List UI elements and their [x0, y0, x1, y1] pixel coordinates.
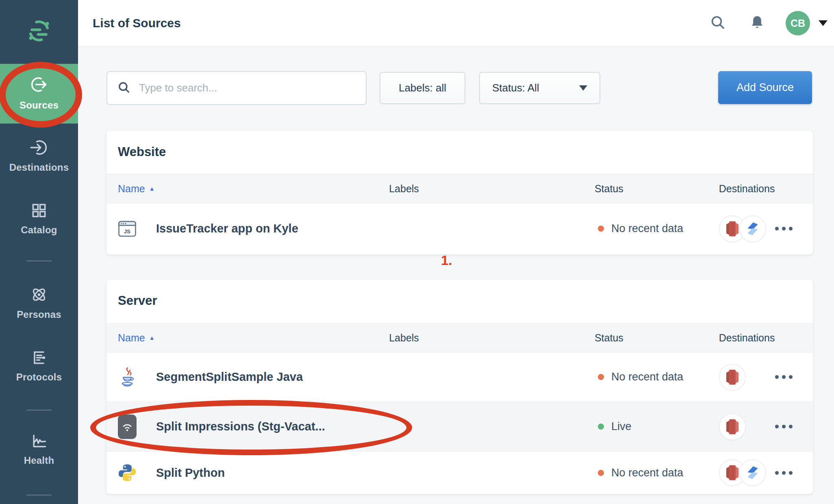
source-name: Split Python	[156, 466, 225, 480]
sidebar-item-sources[interactable]: Sources	[0, 64, 78, 124]
column-header-name[interactable]: Name ▲	[106, 183, 389, 195]
sidebar-item-label: Catalog	[21, 224, 57, 236]
destinations-cell	[719, 413, 813, 440]
notifications-bell-icon[interactable]	[749, 14, 765, 32]
status-text: Live	[611, 420, 632, 433]
search-icon[interactable]	[710, 14, 726, 32]
column-header-destinations: Destinations	[719, 183, 813, 195]
sidebar-item-health[interactable]: Health	[0, 432, 78, 466]
status-cell: No recent data	[595, 467, 719, 479]
add-source-label: Add Source	[736, 81, 794, 94]
sidebar-item-label: Sources	[20, 100, 59, 111]
blueshift-destination-icon[interactable]	[739, 459, 766, 486]
search-input-icon	[117, 80, 131, 96]
account-caret-down-icon[interactable]	[819, 20, 827, 26]
top-bar: List of Sources CB	[78, 0, 834, 47]
destinations-icon	[30, 138, 48, 157]
page-title: List of Sources	[93, 0, 181, 46]
row-more-menu-icon[interactable]	[775, 471, 813, 475]
status-dot-icon	[598, 470, 604, 476]
search-box[interactable]	[106, 71, 367, 105]
sidebar-divider	[26, 495, 52, 495]
sidebar-item-label: Health	[24, 455, 54, 466]
annotation-step-label: 1.	[441, 253, 452, 268]
segment-logo-icon	[25, 17, 53, 46]
status-dot-icon	[598, 374, 604, 380]
sort-ascending-icon: ▲	[149, 335, 155, 341]
wifi-source-icon	[118, 415, 137, 439]
destinations-cell	[719, 364, 813, 391]
sources-icon	[30, 75, 48, 94]
labels-filter-label: Labels: all	[399, 82, 446, 94]
redshift-destination-icon[interactable]	[719, 364, 746, 391]
status-filter-label: Status: All	[492, 82, 539, 94]
column-header-destinations: Destinations	[719, 332, 813, 344]
destinations-cell	[719, 459, 813, 486]
app-window: Sources Destinations Cata	[0, 0, 834, 504]
row-more-menu-icon[interactable]	[775, 227, 813, 230]
source-name: SegmentSplitSample Java	[156, 370, 303, 384]
status-dot-icon	[598, 226, 604, 232]
source-row-java[interactable]: SegmentSplitSample Java No recent data	[106, 352, 813, 402]
table-header: Name ▲ Labels Status Destinations	[106, 174, 813, 203]
catalog-grid-icon	[30, 202, 48, 219]
table-header: Name ▲ Labels Status Destinations	[106, 323, 813, 352]
sidebar-item-label: Protocols	[16, 371, 62, 383]
redshift-destination-icon[interactable]	[719, 413, 746, 440]
section-title: Website	[106, 131, 813, 159]
source-row-split-impressions[interactable]: Split Impressions (Stg-Vacat... Live	[106, 402, 813, 452]
sidebar-item-destinations[interactable]: Destinations	[0, 138, 78, 173]
status-dot-icon	[598, 424, 604, 430]
status-cell: No recent data	[595, 371, 719, 383]
sort-ascending-icon: ▲	[149, 185, 155, 192]
source-name: Split Impressions (Stg-Vacat...	[156, 420, 325, 433]
personas-atom-icon	[30, 285, 48, 304]
java-source-icon	[118, 367, 137, 388]
sidebar-divider	[26, 410, 52, 411]
column-header-name[interactable]: Name ▲	[106, 332, 389, 344]
avatar[interactable]: CB	[786, 11, 810, 35]
blueshift-destination-icon[interactable]	[739, 215, 766, 242]
source-name: IssueTracker app on Kyle	[156, 222, 298, 235]
column-header-status: Status	[595, 183, 719, 195]
labels-filter-button[interactable]: Labels: all	[380, 72, 465, 104]
add-source-button[interactable]: Add Source	[718, 71, 812, 104]
status-text: No recent data	[611, 371, 683, 383]
source-row-split-python[interactable]: Split Python No recent data	[106, 452, 813, 494]
status-filter-dropdown[interactable]: Status: All	[479, 72, 600, 104]
website-sources-card: Website Name ▲ Labels Status Destination…	[106, 131, 813, 254]
column-header-status: Status	[595, 332, 719, 344]
row-more-menu-icon[interactable]	[775, 375, 813, 379]
sidebar-item-label: Personas	[17, 309, 61, 320]
sidebar-item-protocols[interactable]: Protocols	[0, 349, 78, 383]
svg-text:JS: JS	[124, 228, 130, 234]
sidebar-item-catalog[interactable]: Catalog	[0, 202, 78, 236]
sidebar: Sources Destinations Cata	[0, 0, 78, 504]
section-title: Server	[106, 280, 813, 308]
sidebar-item-personas[interactable]: Personas	[0, 285, 78, 320]
column-header-labels: Labels	[389, 332, 595, 344]
status-cell: No recent data	[595, 222, 719, 235]
row-more-menu-icon[interactable]	[775, 425, 813, 428]
destinations-cell	[719, 215, 813, 242]
column-header-labels: Labels	[389, 183, 595, 195]
server-sources-card: Server Name ▲ Labels Status Destinations	[106, 280, 813, 494]
status-cell: Live	[595, 420, 719, 433]
status-text: No recent data	[611, 467, 683, 479]
search-input[interactable]	[139, 82, 356, 94]
python-source-icon	[118, 463, 137, 482]
sidebar-divider	[26, 261, 52, 261]
source-row-issuetracker[interactable]: JS IssueTracker app on Kyle No recent da…	[106, 203, 813, 254]
health-chart-icon	[30, 432, 48, 450]
javascript-source-icon: JS	[118, 219, 137, 238]
status-text: No recent data	[611, 222, 683, 235]
dropdown-caret-icon	[579, 85, 587, 91]
protocols-icon	[30, 349, 48, 367]
sidebar-item-label: Destinations	[9, 162, 69, 173]
avatar-initials: CB	[791, 17, 805, 29]
